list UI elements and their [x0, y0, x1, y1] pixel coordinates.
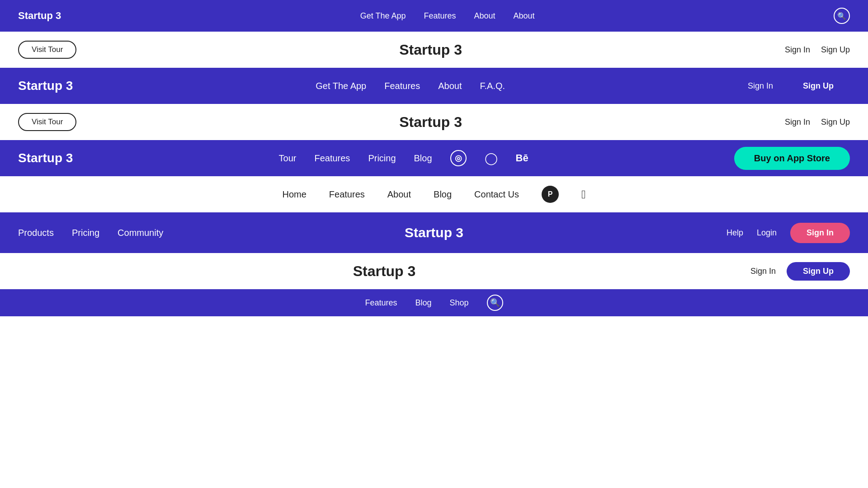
- band3-link-contactus[interactable]: Contact Us: [474, 189, 519, 200]
- nav1-links: Get The App Features About About: [61, 11, 834, 21]
- nav1-link-about[interactable]: About: [474, 11, 495, 20]
- visit-tour-button-1[interactable]: Visit Tour: [18, 41, 76, 59]
- nav2-sign-up[interactable]: Sign Up: [787, 77, 850, 95]
- dribbble-icon[interactable]: ◎: [450, 150, 467, 166]
- nav4-links: Products Pricing Community: [18, 228, 163, 238]
- band2-sign-up[interactable]: Sign Up: [821, 117, 850, 127]
- visit-tour-button-2[interactable]: Visit Tour: [18, 113, 76, 131]
- nav2-links: Get The App Features About F.A.Q.: [73, 81, 748, 91]
- apple-icon[interactable]: : [581, 188, 586, 202]
- nav2-actions: Sign In Sign Up: [748, 77, 850, 95]
- nav5-search-icon[interactable]: 🔍: [487, 295, 503, 311]
- brand-2: Startup 3: [18, 79, 73, 93]
- band4-title: Startup 3: [18, 263, 750, 280]
- nav3-link-pricing[interactable]: Pricing: [368, 153, 396, 163]
- nav4-link-community[interactable]: Community: [118, 228, 163, 238]
- band3-link-about[interactable]: About: [387, 189, 411, 200]
- brand-1: Startup 3: [18, 10, 61, 22]
- band1-sign-actions: Sign In Sign Up: [785, 45, 850, 55]
- band4-sign-actions: Sign In Sign Up: [750, 262, 850, 281]
- nav2-link-features[interactable]: Features: [384, 81, 420, 91]
- nav4-link-products[interactable]: Products: [18, 228, 54, 238]
- nav4-login[interactable]: Login: [757, 228, 777, 238]
- navbar-3: Startup 3 Tour Features Pricing Blog ◎ ◯…: [0, 140, 868, 176]
- nav2-link-faq[interactable]: F.A.Q.: [480, 81, 505, 91]
- nav4-sign-in-button[interactable]: Sign In: [790, 223, 850, 243]
- band3-link-features[interactable]: Features: [329, 189, 365, 200]
- behance-icon[interactable]: Bē: [516, 152, 528, 164]
- navbar-4: Products Pricing Community Startup 3 Hel…: [0, 212, 868, 253]
- band3-link-blog[interactable]: Blog: [434, 189, 452, 200]
- brand-3: Startup 3: [18, 151, 73, 165]
- band2-title: Startup 3: [76, 114, 785, 131]
- search-icon[interactable]: 🔍: [834, 8, 850, 24]
- nav3-link-blog[interactable]: Blog: [414, 153, 432, 163]
- nav1-link-gettheapp[interactable]: Get The App: [360, 11, 406, 20]
- nav1-link-about2[interactable]: About: [514, 11, 535, 20]
- navbar-1: Startup 3 Get The App Features About Abo…: [0, 0, 868, 32]
- band1-title: Startup 3: [76, 42, 785, 58]
- nav4-link-pricing[interactable]: Pricing: [72, 228, 99, 238]
- band4-sign-up[interactable]: Sign Up: [787, 262, 850, 281]
- nav4-help[interactable]: Help: [726, 228, 743, 238]
- nav2-link-about[interactable]: About: [438, 81, 462, 91]
- band2-sign-in[interactable]: Sign In: [785, 117, 810, 127]
- nav3-link-features[interactable]: Features: [314, 153, 350, 163]
- nav5-link-blog[interactable]: Blog: [415, 298, 431, 307]
- white-band-3: Home Features About Blog Contact Us P : [0, 176, 868, 212]
- nav1-link-features[interactable]: Features: [424, 11, 456, 20]
- white-band-1: Visit Tour Startup 3 Sign In Sign Up: [0, 32, 868, 68]
- nav5-links: Features Blog Shop 🔍: [18, 295, 850, 311]
- white-band-4: Startup 3 Sign In Sign Up: [0, 253, 868, 289]
- nav4-actions: Help Login Sign In: [726, 223, 850, 243]
- nav2-sign-in[interactable]: Sign In: [748, 81, 773, 91]
- nav5-link-features[interactable]: Features: [365, 298, 397, 307]
- product-icon[interactable]: P: [542, 186, 559, 203]
- navbar-2: Startup 3 Get The App Features About F.A…: [0, 68, 868, 104]
- buy-on-app-store-button[interactable]: Buy on App Store: [734, 147, 850, 170]
- instagram-icon[interactable]: ◯: [485, 151, 498, 165]
- nav2-link-gettheapp[interactable]: Get The App: [316, 81, 366, 91]
- band1-sign-up[interactable]: Sign Up: [821, 45, 850, 55]
- nav1-actions: 🔍: [834, 8, 850, 24]
- white-band-2: Visit Tour Startup 3 Sign In Sign Up: [0, 104, 868, 140]
- band2-sign-actions: Sign In Sign Up: [785, 117, 850, 127]
- band1-sign-in[interactable]: Sign In: [785, 45, 810, 55]
- nav3-link-tour[interactable]: Tour: [279, 153, 297, 163]
- nav3-links: Tour Features Pricing Blog ◎ ◯ Bē: [73, 150, 734, 166]
- navbar-5: Features Blog Shop 🔍: [0, 289, 868, 316]
- band4-sign-in[interactable]: Sign In: [750, 267, 776, 276]
- nav5-link-shop[interactable]: Shop: [450, 298, 469, 307]
- nav3-actions: Buy on App Store: [734, 147, 850, 170]
- nav4-brand: Startup 3: [405, 225, 463, 240]
- band3-link-home[interactable]: Home: [282, 189, 306, 200]
